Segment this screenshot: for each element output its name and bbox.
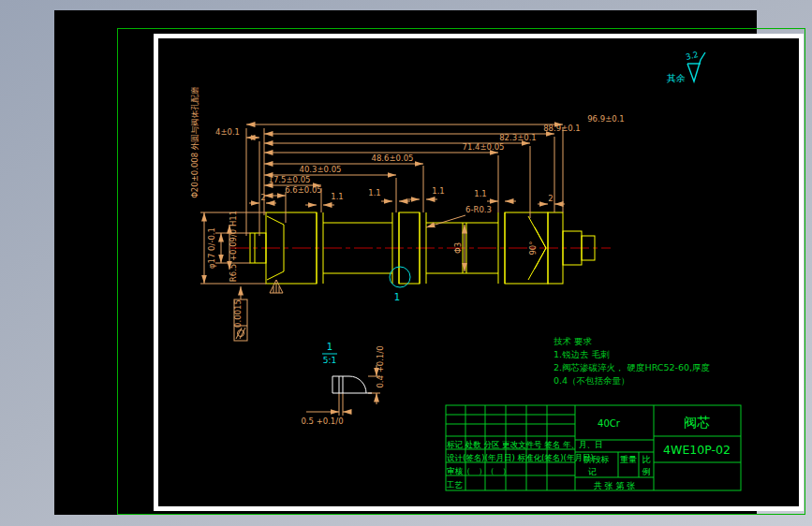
sheet-count-label: 共 张 第 张	[594, 481, 636, 490]
notes-title: 技术 要求	[554, 336, 593, 346]
audit-row: 审核（ ）（ ）	[447, 466, 510, 475]
stage-label-bottom: 记	[587, 467, 597, 476]
detail-depth-dim: 0.4 +0.1/0	[376, 345, 385, 387]
dim-714: 71.4±0.05	[463, 142, 505, 152]
drawing-number: 4WE10P-02	[663, 443, 731, 457]
scale-label-top: 比	[642, 455, 651, 464]
part-name: 阀芯	[684, 415, 710, 430]
dim-groove1-width: 1.1	[331, 192, 344, 201]
dim-175: 17.5±0.05	[269, 175, 311, 184]
dim-cone-angle: 90°	[528, 241, 538, 255]
material: 40Cr	[598, 418, 621, 429]
dim-left-gap: 2	[260, 193, 265, 202]
dim-groove4-width: 1.1	[474, 189, 487, 198]
dim-groove3-width: 1.1	[432, 186, 445, 196]
dim-hole-dia: Φ3	[453, 242, 463, 254]
dim-403: 40.3±0.05	[300, 165, 342, 174]
dim-overall-length: 96.9±0.1	[587, 114, 625, 124]
notes-line2: 2.阀芯渗碳淬火， 硬度HRC52-60,厚度	[554, 362, 710, 373]
dim-slot-radius: R6.5 +0.09/0 H11	[229, 211, 238, 282]
notes-line1: 1.锐边去 毛刺	[554, 349, 610, 359]
drawing-canvas[interactable]: 96.9±0.1 88.9±0.1 82.3±0.1 71.4±0.05 48.…	[0, 0, 812, 526]
weight-label: 重量	[620, 455, 637, 464]
dim-66: 6.6±0.05	[285, 185, 322, 195]
dim-889: 88.9±0.1	[543, 124, 581, 133]
detail-scale: 5:1	[323, 356, 336, 365]
surface-note-prefix: 其余	[667, 73, 686, 83]
dim-486: 48.6±0.05	[372, 153, 414, 163]
dim-groove2-width: 1.1	[368, 188, 381, 197]
detail-width-dim: 0.5 +0.1/0	[301, 416, 343, 426]
revision-header-row: 标记 处数 分区 更改文件号 签名 年、月、日	[447, 440, 603, 449]
signature-row: 设计(签名)(年月日) 标准化(签名)(年月日)	[447, 453, 594, 462]
detail-number: 1	[327, 342, 332, 352]
dim-spool-od-note: Φ20±0.008 外圆与阀体孔配磨	[190, 86, 199, 198]
detail-view-geometry	[332, 376, 372, 393]
cyan-annotations: 其余 3.2 1 1 5:1	[322, 50, 705, 365]
dim-right-gap: 2	[548, 194, 553, 203]
dim-stub-od: φ17 0/-0.1	[207, 227, 216, 269]
technical-notes: 技术 要求 1.锐边去 毛刺 2.阀芯渗碳淬火， 硬度HRC52-60,厚度 0…	[554, 336, 710, 386]
cylindricity-value: 0.0015	[233, 300, 243, 328]
process-row: 工艺	[446, 480, 464, 489]
surface-note-value: 3.2	[685, 50, 700, 62]
notes-line3: 0.4（不包括余量）	[554, 375, 630, 386]
scale-label-bottom: 例	[642, 467, 651, 476]
dim-stub-length: 4±0.1	[215, 127, 240, 137]
dim-823: 82.3±0.1	[499, 133, 537, 142]
stage-label-top: 阶段标	[584, 455, 610, 464]
balloon-number: 1	[394, 292, 400, 302]
title-block-texts: 阀芯 4WE10P-02 40Cr 标记 处数 分区 更改文件号 签名 年、月、…	[446, 415, 731, 490]
dim-fillet-callout: 6-R0.3	[465, 205, 492, 214]
